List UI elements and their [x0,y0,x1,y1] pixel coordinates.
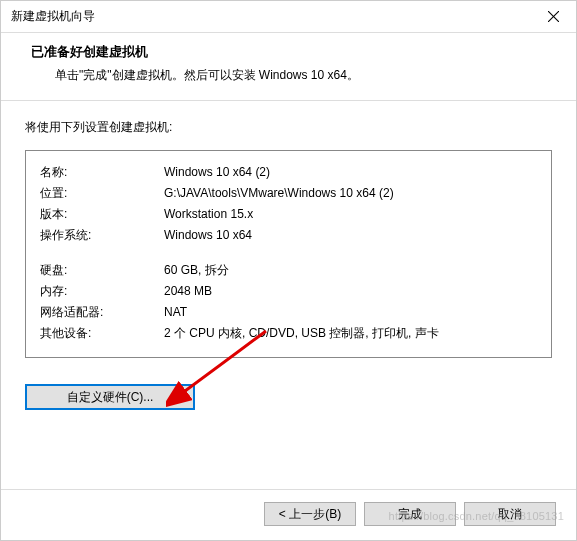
setting-value: G:\JAVA\tools\VMware\Windows 10 x64 (2) [164,184,537,202]
setting-value: 2048 MB [164,282,537,300]
setting-row-network: 网络适配器: NAT [40,303,537,321]
setting-row-location: 位置: G:\JAVA\tools\VMware\Windows 10 x64 … [40,184,537,202]
setting-label: 位置: [40,184,164,202]
setting-row-memory: 内存: 2048 MB [40,282,537,300]
setting-value: Workstation 15.x [164,205,537,223]
setting-label: 硬盘: [40,261,164,279]
setting-label: 网络适配器: [40,303,164,321]
setting-label: 版本: [40,205,164,223]
setting-value: 2 个 CPU 内核, CD/DVD, USB 控制器, 打印机, 声卡 [164,324,537,342]
setting-value: 60 GB, 拆分 [164,261,537,279]
cancel-button[interactable]: 取消 [464,502,556,526]
setting-value: Windows 10 x64 (2) [164,163,537,181]
setting-row-os: 操作系统: Windows 10 x64 [40,226,537,244]
setting-row-other: 其他设备: 2 个 CPU 内核, CD/DVD, USB 控制器, 打印机, … [40,324,537,342]
wizard-button-row: < 上一步(B) 完成 取消 [264,490,556,526]
close-button[interactable] [530,1,576,33]
setting-value: Windows 10 x64 [164,226,537,244]
setting-row-name: 名称: Windows 10 x64 (2) [40,163,537,181]
back-button[interactable]: < 上一步(B) [264,502,356,526]
setting-value: NAT [164,303,537,321]
header-title: 已准备好创建虚拟机 [31,43,552,61]
customize-hardware-button[interactable]: 自定义硬件(C)... [25,384,195,410]
wizard-content: 将使用下列设置创建虚拟机: 名称: Windows 10 x64 (2) 位置:… [1,101,576,420]
titlebar: 新建虚拟机向导 [1,1,576,33]
setting-row-disk: 硬盘: 60 GB, 拆分 [40,261,537,279]
wizard-header: 已准备好创建虚拟机 单击"完成"创建虚拟机。然后可以安装 Windows 10 … [1,33,576,101]
setting-row-version: 版本: Workstation 15.x [40,205,537,223]
setting-label: 内存: [40,282,164,300]
header-subtitle: 单击"完成"创建虚拟机。然后可以安装 Windows 10 x64。 [31,67,552,84]
instruction-text: 将使用下列设置创建虚拟机: [25,119,552,136]
setting-label: 其他设备: [40,324,164,342]
setting-label: 名称: [40,163,164,181]
settings-summary-box: 名称: Windows 10 x64 (2) 位置: G:\JAVA\tools… [25,150,552,358]
setting-label: 操作系统: [40,226,164,244]
window-title: 新建虚拟机向导 [11,8,95,25]
close-icon [548,11,559,22]
finish-button[interactable]: 完成 [364,502,456,526]
